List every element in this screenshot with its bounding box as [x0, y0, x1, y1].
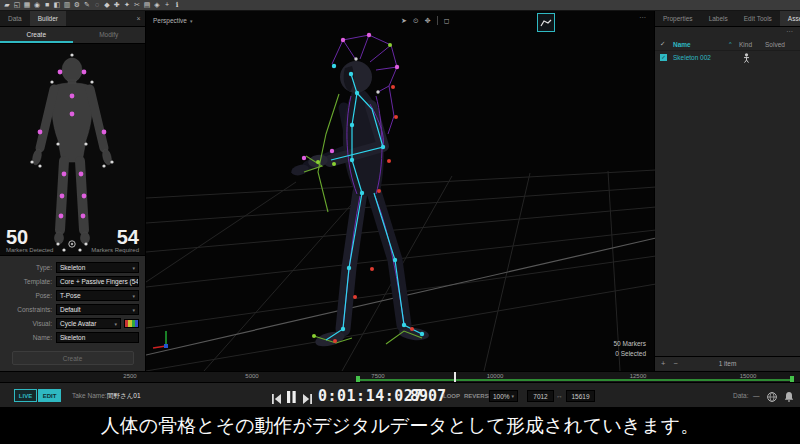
asset-checkbox[interactable]: ✓	[660, 54, 667, 61]
trim-icon[interactable]: ✂	[133, 0, 141, 10]
settings-icon[interactable]: ⚙	[73, 0, 81, 10]
name-input[interactable]: Skeleton	[56, 332, 139, 343]
mocap-figure	[290, 33, 430, 349]
edit-icon[interactable]: ✎	[83, 0, 91, 10]
tab-builder[interactable]: Builder	[30, 11, 66, 26]
new-take-icon[interactable]: ▰	[3, 0, 11, 10]
save-icon[interactable]: ▦	[23, 0, 31, 10]
marquee-tool-icon[interactable]: ◻	[444, 16, 450, 25]
name-label: Name:	[0, 334, 56, 341]
notifications-bell-icon[interactable]	[783, 389, 795, 407]
tab-properties[interactable]: Properties	[655, 11, 701, 26]
create-button[interactable]: Create	[12, 351, 134, 365]
avatar-figure	[0, 44, 145, 256]
stop-icon[interactable]: ■	[43, 0, 51, 10]
layout-icon[interactable]: ▥	[63, 0, 71, 10]
playback-range-bar[interactable]	[358, 379, 794, 381]
viewport-tools: ➤⊙✥◻	[401, 16, 449, 25]
avatar-preview[interactable]: 50 Markers Detected 54 Markers Required	[0, 44, 145, 256]
item-count: 1 item	[655, 360, 800, 367]
subtitle-bar: 人体の骨格とその動作がデジタルデータとして形成されていきます。	[0, 407, 800, 444]
left-panel-tabs: Data Builder ×	[0, 11, 145, 27]
asset-row[interactable]: ✓ Skeleton 002	[655, 51, 800, 64]
zoom-tool-icon[interactable]: ⊙	[413, 16, 419, 25]
playback-speed-dropdown[interactable]: 100%▾	[489, 390, 518, 402]
graph-icon[interactable]: ▤	[143, 0, 151, 10]
assets-panel: Properties Labels Edit Tools Assets × ⋯ …	[655, 11, 800, 371]
viewport-menu-icon[interactable]: ⋯	[639, 14, 646, 22]
pan-tool-icon[interactable]: ✥	[425, 16, 431, 25]
marker-icon[interactable]: ◌	[93, 0, 101, 10]
range-start-input[interactable]: 7012	[527, 390, 554, 402]
markers-required: 54 Markers Required	[77, 227, 139, 253]
tab-assets[interactable]: Assets	[780, 11, 800, 26]
camera-icon[interactable]: ◧	[53, 0, 61, 10]
visual-dropdown[interactable]: Cycle Avatar▾	[56, 318, 121, 329]
skeleton-kind-icon	[743, 53, 750, 63]
form-row-constraints: Constraints: Default▾	[0, 304, 139, 315]
open-file-icon[interactable]: ◱	[13, 0, 21, 10]
skeleton-icon[interactable]: ✚	[113, 0, 121, 10]
devices-icon[interactable]: ◈	[153, 0, 161, 10]
tab-edit-tools[interactable]: Edit Tools	[736, 11, 780, 26]
mode-modify[interactable]: Modify	[73, 27, 146, 43]
scene-canvas[interactable]	[146, 30, 656, 371]
frame-number: 8907	[410, 387, 446, 405]
timecode-display: 0:01:14:027	[318, 387, 423, 405]
data-status-label: Data:	[733, 392, 749, 399]
constraints-dropdown[interactable]: Default▾	[56, 304, 139, 315]
sort-ascending-icon[interactable]: ^	[729, 41, 739, 47]
viewport-3d[interactable]: Perspective▾ ➤⊙✥◻ ⋯	[145, 11, 655, 371]
quick-skeleton-icon	[540, 18, 552, 28]
color-swatch[interactable]	[124, 319, 139, 328]
pose-dropdown[interactable]: T-Pose▾	[56, 290, 139, 301]
record-icon[interactable]: ◉	[33, 0, 41, 10]
skip-to-end-button[interactable]	[303, 390, 312, 408]
skip-back-icon	[272, 394, 281, 404]
loop-toggle[interactable]: LOOP	[443, 393, 460, 399]
main-toolbar: ▰◱▦◉■◧▥⚙✎◌◆✚✦✂▤◈+ℹ	[0, 0, 800, 11]
data-status-value: —	[753, 392, 760, 399]
name-column-header[interactable]: Name	[673, 41, 729, 48]
kind-column-header[interactable]: Kind	[739, 41, 765, 48]
probe-icon[interactable]: ✦	[123, 0, 131, 10]
application-window: ▰◱▦◉■◧▥⚙✎◌◆✚✦✂▤◈+ℹ Data Builder × Create…	[0, 0, 800, 444]
skip-to-start-button[interactable]	[272, 390, 281, 408]
add-icon[interactable]: +	[163, 0, 171, 10]
type-dropdown[interactable]: Skeleton▾	[56, 262, 139, 273]
type-label: Type:	[0, 264, 56, 271]
form-row-template: Template: Core + Passive Fingers (54)▾	[0, 276, 139, 287]
chevron-down-icon: ▾	[190, 18, 193, 24]
template-dropdown[interactable]: Core + Passive Fingers (54)▾	[56, 276, 139, 287]
form-row-pose: Pose: T-Pose▾	[0, 290, 139, 301]
builder-mode-switch: Create Modify	[0, 27, 145, 44]
tab-data[interactable]: Data	[0, 11, 30, 26]
form-row-type: Type: Skeleton▾	[0, 262, 139, 273]
visual-label: Visual:	[0, 320, 56, 327]
skeleton-form: Type: Skeleton▾ Template: Core + Passive…	[0, 256, 145, 343]
quick-skeleton-button[interactable]	[537, 13, 555, 32]
network-status-icon[interactable]	[766, 389, 778, 407]
rigid-body-icon[interactable]: ◆	[103, 0, 111, 10]
pause-button[interactable]	[286, 389, 297, 407]
toolbar-divider	[437, 16, 438, 25]
live-mode-button[interactable]: LIVE	[14, 389, 37, 402]
builder-panel: Data Builder × Create Modify	[0, 11, 145, 371]
chevron-down-icon: ▾	[512, 393, 515, 399]
check-column-header[interactable]: ✓	[660, 40, 673, 48]
range-end-input[interactable]: 15619	[566, 390, 595, 402]
timeline-strip[interactable]: 250050007500100001250015000	[0, 371, 800, 382]
tab-labels[interactable]: Labels	[701, 11, 736, 26]
edit-mode-button[interactable]: EDIT	[38, 389, 61, 402]
info-icon[interactable]: ℹ	[173, 0, 181, 10]
view-mode-dropdown[interactable]: Perspective▾	[153, 17, 192, 24]
take-name-label: Take Name:	[72, 392, 107, 399]
take-name-value[interactable]: 間野さん01	[107, 392, 141, 401]
close-icon[interactable]: ×	[132, 11, 145, 26]
select-tool-icon[interactable]: ➤	[401, 16, 407, 25]
assets-menu-icon[interactable]: ⋯	[655, 27, 800, 38]
constraints-label: Constraints:	[0, 306, 56, 313]
solved-column-header[interactable]: Solved	[765, 41, 795, 48]
mode-create[interactable]: Create	[0, 27, 73, 43]
assets-footer: + − 1 item	[655, 356, 800, 370]
